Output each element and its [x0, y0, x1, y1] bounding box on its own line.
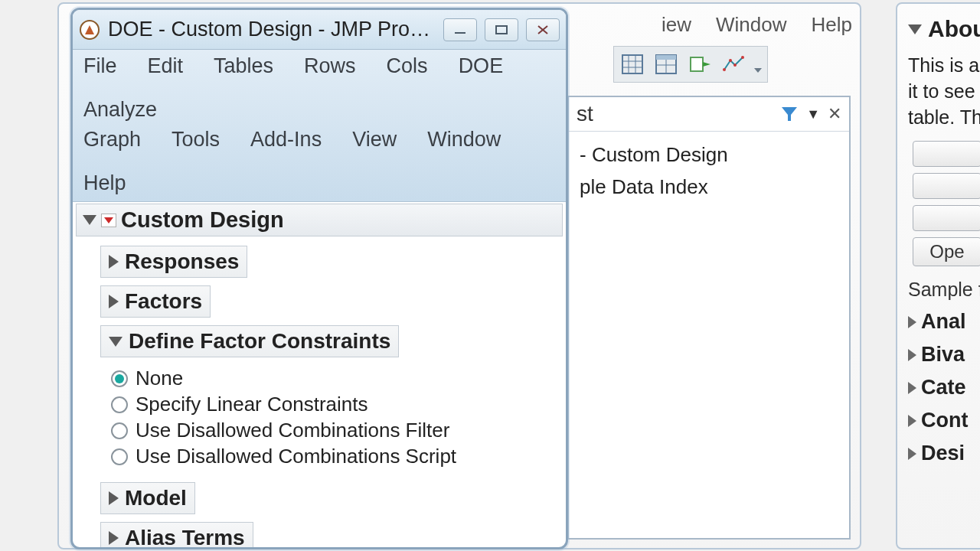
svg-point-14 — [741, 56, 744, 59]
svg-rect-0 — [622, 55, 642, 73]
menu-addins[interactable]: Add-Ins — [247, 126, 325, 153]
svg-point-13 — [733, 64, 737, 67]
panel-title-fragment: st — [577, 102, 773, 126]
chevron-right-icon[interactable] — [908, 448, 916, 460]
radio-icon[interactable] — [111, 370, 128, 387]
svg-point-11 — [723, 68, 726, 71]
chart-icon[interactable] — [718, 50, 749, 79]
red-triangle-menu-icon[interactable] — [101, 214, 116, 227]
panel-item[interactable]: ple Data Index — [580, 171, 838, 204]
funnel-icon[interactable] — [780, 105, 799, 123]
menu-doe[interactable]: DOE — [456, 53, 507, 80]
menu-help[interactable]: Help — [80, 170, 129, 197]
radio-icon[interactable] — [111, 422, 128, 439]
menu-tables[interactable]: Tables — [211, 53, 276, 80]
menu-graph[interactable]: Graph — [80, 126, 144, 153]
radio-icon[interactable] — [111, 448, 128, 465]
panel-item[interactable]: - Custom Design — [580, 139, 838, 171]
chevron-right-icon[interactable] — [908, 415, 916, 427]
bg-menu-help[interactable]: Help — [812, 13, 852, 37]
bg-side-panel: st ▼ ✕ - Custom Design ple Data Index — [567, 96, 851, 540]
toolbar-overflow-icon[interactable] — [752, 50, 764, 79]
menu-analyze[interactable]: Analyze — [80, 96, 160, 123]
outline-alias-terms[interactable]: Alias Terms — [100, 522, 253, 549]
open-button[interactable]: Ope — [913, 237, 980, 266]
svg-rect-6 — [656, 55, 676, 60]
svg-marker-15 — [754, 68, 762, 73]
svg-point-12 — [729, 59, 732, 62]
outline-title: Custom Design — [121, 207, 284, 233]
doe-custom-design-window: DOE - Custom Design - JMP Pro [... File … — [70, 8, 568, 549]
datatable-icon[interactable] — [617, 50, 648, 79]
menu-window[interactable]: Window — [424, 126, 504, 153]
side-item: Desi — [908, 442, 980, 465]
menu-rows[interactable]: Rows — [301, 53, 359, 80]
close-button[interactable] — [526, 18, 560, 41]
menu-view[interactable]: View — [349, 126, 400, 153]
bg-menu-window[interactable]: Window — [716, 13, 786, 37]
svg-rect-19 — [496, 26, 507, 34]
run-icon[interactable] — [684, 50, 715, 79]
menu-file[interactable]: File — [80, 53, 120, 80]
window-title: DOE - Custom Design - JMP Pro [... — [108, 18, 436, 41]
radio-linear[interactable]: Specify Linear Constraints — [111, 393, 566, 416]
bg-menu-view[interactable]: iew — [662, 13, 691, 37]
menu-tools[interactable]: Tools — [168, 126, 223, 153]
bg-menubar: iew Window Help — [662, 13, 852, 37]
radio-disallowed-filter[interactable]: Use Disallowed Combinations Filter — [111, 419, 566, 442]
menu-edit[interactable]: Edit — [145, 53, 187, 80]
disclosure-right-icon[interactable] — [109, 255, 119, 269]
outline-custom-design[interactable]: Custom Design — [76, 204, 563, 236]
side-item: Cate — [908, 376, 980, 399]
side-item: Cont — [908, 409, 980, 432]
constraints-radio-group: None Specify Linear Constraints Use Disa… — [111, 367, 566, 468]
bg-toolbar — [613, 46, 768, 83]
disclosure-right-icon[interactable] — [109, 491, 119, 505]
about-text: This is a it to see table. Th — [908, 53, 980, 130]
datatable2-icon[interactable] — [651, 50, 681, 79]
disclosure-down-icon[interactable] — [109, 337, 122, 347]
close-icon[interactable]: ✕ — [828, 104, 841, 124]
titlebar[interactable]: DOE - Custom Design - JMP Pro [... — [73, 10, 566, 50]
side-item: Biva — [908, 343, 980, 367]
outline-content: Custom Design Responses Factors Define F… — [73, 204, 566, 549]
side-button-1[interactable] — [913, 141, 980, 167]
far-right-panel: Abou This is a it to see table. Th Ope S… — [896, 2, 980, 549]
outline-factors[interactable]: Factors — [100, 285, 211, 318]
menubar: File Edit Tables Rows Cols DOE Analyze G… — [73, 50, 566, 202]
radio-disallowed-script[interactable]: Use Disallowed Combinations Script — [111, 445, 566, 468]
chevron-right-icon[interactable] — [908, 349, 916, 361]
disclosure-right-icon[interactable] — [109, 295, 119, 308]
svg-marker-10 — [703, 62, 710, 67]
outline-define-constraints[interactable]: Define Factor Constraints — [100, 325, 399, 357]
chevron-right-icon[interactable] — [908, 316, 916, 328]
svg-rect-9 — [691, 57, 703, 71]
outline-responses[interactable]: Responses — [100, 246, 247, 278]
minimize-button[interactable] — [443, 18, 477, 41]
side-item: Anal — [908, 310, 980, 334]
outline-model[interactable]: Model — [100, 482, 195, 514]
dropdown-caret-icon[interactable]: ▼ — [806, 106, 820, 122]
sample-group-label: Sample f — [908, 279, 980, 301]
chevron-right-icon[interactable] — [908, 382, 916, 394]
side-button-3[interactable] — [913, 205, 980, 231]
svg-marker-16 — [782, 107, 797, 121]
menu-cols[interactable]: Cols — [384, 53, 431, 80]
about-heading: Abou — [928, 16, 980, 42]
side-button-2[interactable] — [913, 173, 980, 199]
jmp-app-icon — [79, 19, 100, 41]
radio-none[interactable]: None — [111, 367, 566, 390]
disclosure-down-icon[interactable] — [83, 215, 96, 225]
disclosure-right-icon[interactable] — [109, 531, 119, 545]
radio-icon[interactable] — [111, 396, 128, 413]
disclosure-down-icon[interactable] — [908, 24, 922, 34]
maximize-button[interactable] — [485, 18, 518, 41]
